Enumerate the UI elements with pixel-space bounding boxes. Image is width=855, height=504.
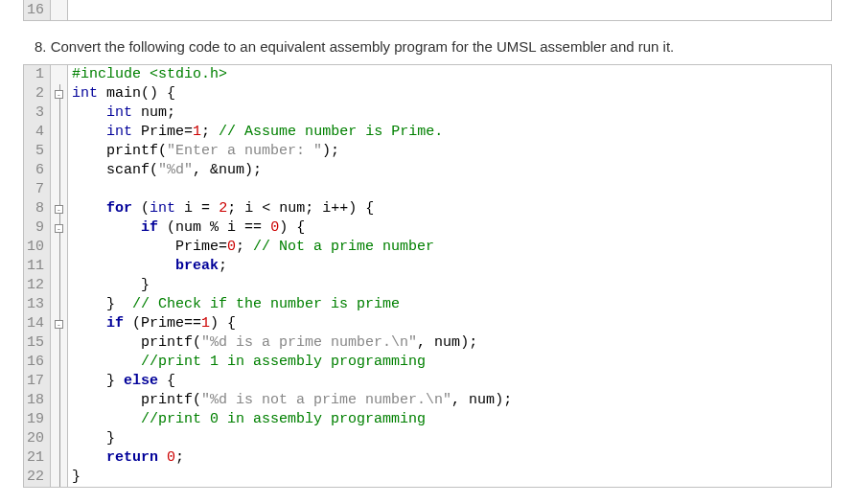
prev-line-number: 16	[24, 0, 51, 20]
code-line: 2-int main() {	[24, 84, 831, 103]
line-number: 13	[24, 295, 51, 314]
line-number: 2	[24, 84, 51, 103]
code-content: scanf("%d", &num);	[68, 161, 262, 180]
code-content: }	[68, 429, 115, 448]
fold-gutter	[51, 333, 68, 353]
line-number: 14	[24, 314, 51, 333]
fold-gutter	[51, 238, 68, 257]
fold-gutter	[51, 123, 68, 142]
code-line: 4 int Prime=1; // Assume number is Prime…	[24, 123, 831, 142]
line-number: 21	[24, 448, 51, 468]
fold-gutter	[51, 142, 68, 161]
previous-block-bottom: 16	[23, 0, 832, 21]
line-number: 4	[24, 123, 51, 142]
fold-gutter	[51, 410, 68, 429]
code-content: printf("%d is a prime number.\n", num);	[68, 333, 477, 353]
code-line: 12 }	[24, 276, 831, 295]
fold-gutter[interactable]: -	[51, 314, 68, 333]
fold-gutter	[51, 65, 68, 84]
line-number: 7	[24, 180, 51, 199]
fold-gutter	[51, 103, 68, 123]
code-line: 1#include <stdio.h>	[24, 65, 831, 84]
fold-gutter	[51, 353, 68, 372]
code-line: 17 } else {	[24, 372, 831, 391]
code-content: if (num % i == 0) {	[68, 218, 305, 238]
fold-gutter	[51, 257, 68, 276]
code-content: int num;	[68, 103, 175, 123]
line-number: 10	[24, 238, 51, 257]
line-number: 12	[24, 276, 51, 295]
code-content: return 0;	[68, 448, 184, 468]
line-number: 22	[24, 468, 51, 487]
line-number: 20	[24, 429, 51, 448]
line-number: 3	[24, 103, 51, 123]
fold-toggle-icon[interactable]: -	[55, 224, 63, 233]
code-content: if (Prime==1) {	[68, 314, 236, 333]
fold-gutter	[51, 429, 68, 448]
line-number: 5	[24, 142, 51, 161]
code-line: 6 scanf("%d", &num);	[24, 161, 831, 180]
code-content: } // Check if the number is prime	[68, 295, 400, 314]
code-content: break;	[68, 257, 227, 276]
code-line: 21 return 0;	[24, 448, 831, 468]
line-number: 6	[24, 161, 51, 180]
fold-toggle-icon[interactable]: -	[55, 90, 63, 99]
code-block: 1#include <stdio.h>2-int main() {3 int n…	[23, 64, 832, 488]
fold-gutter	[51, 448, 68, 468]
fold-gutter[interactable]: -	[51, 218, 68, 238]
code-content: //print 0 in assembly programming	[68, 410, 426, 429]
code-line: 13 } // Check if the number is prime	[24, 295, 831, 314]
fold-toggle-icon[interactable]: -	[55, 205, 63, 214]
code-line: 9- if (num % i == 0) {	[24, 218, 831, 238]
code-content: }	[68, 468, 81, 487]
fold-gutter[interactable]: -	[51, 199, 68, 218]
code-content: printf("Enter a number: ");	[68, 142, 339, 161]
code-content: printf("%d is not a prime number.\n", nu…	[68, 391, 512, 410]
line-number: 11	[24, 257, 51, 276]
line-number: 16	[24, 353, 51, 372]
fold-gutter	[51, 276, 68, 295]
fold-gutter	[51, 295, 68, 314]
fold-gutter	[51, 372, 68, 391]
question-text: 8. Convert the following code to an equi…	[0, 25, 855, 64]
line-number: 17	[24, 372, 51, 391]
code-content: #include <stdio.h>	[68, 65, 227, 84]
code-line: 14- if (Prime==1) {	[24, 314, 831, 333]
line-number: 19	[24, 410, 51, 429]
line-number: 9	[24, 218, 51, 238]
code-line: 19 //print 0 in assembly programming	[24, 410, 831, 429]
code-line: 10 Prime=0; // Not a prime number	[24, 238, 831, 257]
fold-gutter	[51, 391, 68, 410]
code-line: 7	[24, 180, 831, 199]
line-number: 1	[24, 65, 51, 84]
code-content	[68, 180, 72, 199]
code-line: 15 printf("%d is a prime number.\n", num…	[24, 333, 831, 353]
fold-gutter	[51, 468, 68, 487]
code-content: Prime=0; // Not a prime number	[68, 238, 434, 257]
line-number: 15	[24, 333, 51, 353]
code-content: //print 1 in assembly programming	[68, 353, 426, 372]
fold-gutter	[51, 161, 68, 180]
code-content: int Prime=1; // Assume number is Prime.	[68, 123, 443, 142]
prev-fold-gutter	[51, 0, 68, 20]
fold-toggle-icon[interactable]: -	[55, 320, 63, 329]
line-number: 8	[24, 199, 51, 218]
fold-gutter	[51, 180, 68, 199]
code-content: }	[68, 276, 150, 295]
fold-gutter[interactable]: -	[51, 84, 68, 103]
code-line: 18 printf("%d is not a prime number.\n",…	[24, 391, 831, 410]
code-line: 20 }	[24, 429, 831, 448]
code-content: } else {	[68, 372, 175, 391]
code-line: 16 //print 1 in assembly programming	[24, 353, 831, 372]
code-content: for (int i = 2; i < num; i++) {	[68, 199, 374, 218]
code-line: 5 printf("Enter a number: ");	[24, 142, 831, 161]
code-line: 11 break;	[24, 257, 831, 276]
code-content: int main() {	[68, 84, 175, 103]
line-number: 18	[24, 391, 51, 410]
code-line: 8- for (int i = 2; i < num; i++) {	[24, 199, 831, 218]
code-line: 3 int num;	[24, 103, 831, 123]
code-line: 22}	[24, 468, 831, 487]
